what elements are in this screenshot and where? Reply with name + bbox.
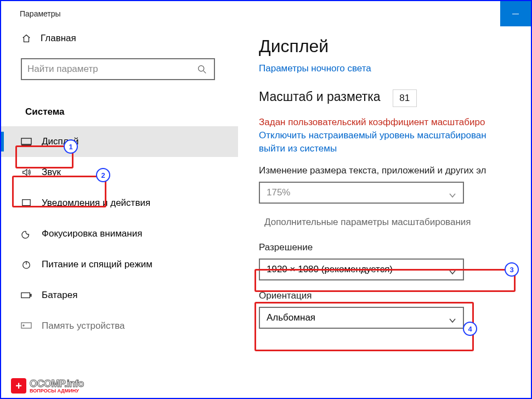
home-icon [21,33,32,44]
svg-point-10 [23,325,24,326]
search-input[interactable]: Найти параметр [21,58,215,80]
category-system: Система [20,103,70,121]
svg-point-0 [198,65,203,71]
chevron-down-icon [449,315,456,321]
nav-sound-label: Звук [42,167,61,178]
resolution-value: 1920 × 1080 (рекомендуется) [267,264,393,275]
nav-sound[interactable]: Звук [1,157,238,188]
sidebar: Главная Найти параметр Система Дисплей [1,26,238,398]
nav-notifications-label: Уведомления и действия [42,198,150,209]
custom-scale-value: 81 [393,89,417,107]
storage-icon [21,321,32,331]
chevron-down-icon [449,190,456,195]
nav-storage-label: Память устройства [42,321,125,331]
chevron-down-icon [449,267,456,272]
display-icon [21,136,32,147]
svg-rect-7 [21,293,30,297]
scale-dropdown[interactable]: 175% [259,182,464,204]
settings-window: Параметры Главная Найти параметр Система [0,0,532,399]
nightlight-link[interactable]: Параметры ночного света [259,62,531,75]
resolution-dropdown[interactable]: 1920 × 1080 (рекомендуется) [259,258,464,280]
notifications-icon [21,198,32,209]
badge-4: 4 [463,322,477,336]
nav-power-label: Питание и спящий режим [42,259,152,270]
signout-link-1[interactable]: Отключить настраиваемый уровень масштаби… [259,129,531,142]
resolution-label: Разрешение [259,242,531,253]
search-placeholder: Найти параметр [27,64,98,75]
focus-icon [21,228,32,239]
nav-display-label: Дисплей [42,136,79,147]
nav-notifications[interactable]: Уведомления и действия [1,188,238,218]
scale-dropdown-value: 175% [267,187,290,198]
home-label: Главная [41,33,76,44]
sound-icon [21,167,32,178]
orientation-label: Ориентация [259,290,531,301]
battery-icon [21,290,32,301]
advanced-scaling-link[interactable]: Дополнительные параметры масштабирования [259,212,514,232]
minimize-button[interactable] [500,1,531,26]
titlebar: Параметры [1,1,531,26]
nav-battery[interactable]: Батарея [1,280,238,311]
scale-warning: Задан пользовательский коэффициент масшт… [259,116,531,130]
main-content: Дисплей Параметры ночного света Масштаб … [238,26,531,398]
nav-storage[interactable]: Память устройства [1,311,238,341]
badge-3: 3 [505,262,519,277]
home-nav[interactable]: Главная [1,26,238,50]
nav-focus-label: Фокусировка внимания [42,228,142,239]
nav-power[interactable]: Питание и спящий режим [1,249,238,280]
window-title: Параметры [1,9,61,18]
svg-rect-2 [21,138,31,144]
search-icon [196,64,207,75]
nav-focus[interactable]: Фокусировка внимания [1,218,238,249]
power-icon [21,259,32,270]
svg-rect-8 [30,294,31,296]
orientation-dropdown[interactable]: Альбомная [259,307,464,329]
nav-display[interactable]: Дисплей [1,126,238,157]
svg-line-1 [203,71,206,73]
svg-rect-4 [22,200,30,206]
signout-link-2[interactable]: выйти из системы [259,142,531,155]
nav-battery-label: Батарея [42,290,77,301]
orientation-value: Альбомная [267,312,315,323]
scale-heading: Масштаб и разметка 81 [259,89,531,107]
scale-label: Изменение размера текста, приложений и д… [259,165,531,176]
page-title: Дисплей [259,36,531,57]
